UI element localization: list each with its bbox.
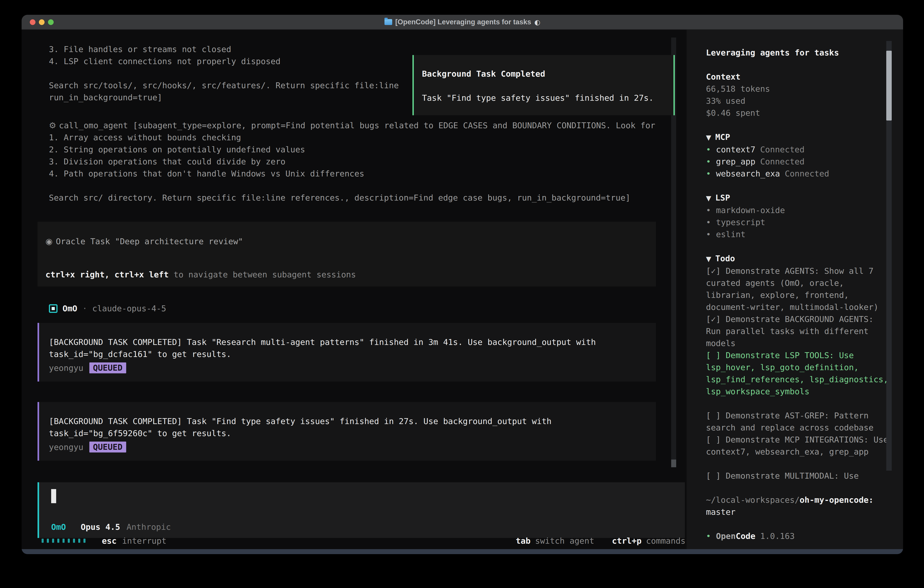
- mcp-section-header[interactable]: ▼MCP: [706, 131, 903, 144]
- task-message-line: [BACKGROUND TASK COMPLETED] Task "Find t…: [49, 415, 642, 427]
- shortcut-hints: tab switch agent ctrl+p commands: [516, 536, 685, 545]
- separator-dot: ·: [82, 302, 87, 314]
- background-task-toast[interactable]: Background Task Completed Task "Find typ…: [412, 55, 675, 115]
- commands-label: commands: [646, 536, 685, 545]
- lsp-heading-label: LSP: [715, 193, 730, 202]
- agent-header: OmO · claude-opus-4-5: [38, 302, 686, 314]
- mcp-item: •websearch_exaConnected: [706, 168, 903, 180]
- lsp-section-header[interactable]: ▼LSP: [706, 192, 903, 204]
- background-task-message: [BACKGROUND TASK COMPLETED] Task "Find t…: [38, 402, 656, 461]
- terminal-line: 3. File handles or streams not closed: [38, 43, 686, 55]
- mcp-item-name: context7: [716, 144, 755, 155]
- lsp-item-name: markdown-oxide: [716, 204, 785, 216]
- todo-item: [ ] Demonstrate MCP INTEGRATIONS: Use co…: [706, 434, 893, 458]
- input-agent-name: OmO: [51, 522, 66, 532]
- lsp-item: •typescript: [706, 216, 903, 228]
- switch-agent-label: switch agent: [535, 536, 594, 545]
- hint-text: to navigate between subagent sessions: [169, 270, 356, 279]
- bullet-icon: •: [706, 168, 716, 180]
- context-used: 33% used: [706, 95, 903, 107]
- record-circle-icon: ◉: [46, 237, 53, 246]
- task-message-meta: yeongyu QUEUED: [49, 362, 642, 373]
- folder-icon: [384, 19, 392, 25]
- session-title: Leveraging agents for tasks: [706, 46, 903, 59]
- tab-key-label: tab: [516, 536, 530, 545]
- chevron-down-icon: ▼: [706, 194, 711, 202]
- todo-section-header[interactable]: ▼Todo: [706, 253, 903, 265]
- todo-item: [✓] Demonstrate BACKGROUND AGENTS: Run p…: [706, 313, 893, 349]
- task-user: yeongyu: [49, 363, 83, 373]
- context-tokens: 66,518 tokens: [706, 83, 903, 95]
- toast-body: Task "Find type safety issues" finished …: [422, 92, 673, 104]
- context-heading: Context: [706, 71, 903, 83]
- workspace-path: ~/local-workspaces/oh-my-opencode:: [706, 494, 903, 506]
- window-bottom-edge: [21, 549, 903, 554]
- mcp-item-name: websearch_exa: [716, 168, 780, 180]
- main-scrollbar-thumb[interactable]: [671, 459, 676, 467]
- window-title: [OpenCode] Leveraging agents for tasks ◐: [21, 18, 903, 26]
- hint-shortcut-keys: ctrl+x right, ctrl+x left: [46, 270, 169, 279]
- mcp-heading-label: MCP: [715, 132, 730, 142]
- window-title-text: [OpenCode] Leveraging agents for tasks: [395, 18, 531, 26]
- status-badge: QUEUED: [89, 362, 126, 373]
- terminal-line: 3. Division operations that could divide…: [38, 155, 686, 168]
- mcp-item-status: Connected: [760, 144, 804, 155]
- chevron-down-icon: ▼: [706, 255, 711, 263]
- terminal-line: 4. Path operations that don't handle Win…: [38, 168, 686, 180]
- workspace-path-name: oh-my-opencode:: [800, 495, 873, 505]
- oracle-task-title-line: ◉Oracle Task "Deep architecture review": [46, 235, 656, 248]
- agent-square-icon: [49, 304, 58, 313]
- interrupt-label: interrupt: [122, 536, 167, 545]
- version-line: •OpenCode1.0.163: [706, 530, 903, 542]
- todo-item: [ ] Demonstrate LSP TOOLS: Use lsp_hover…: [706, 349, 893, 398]
- todo-item: [ ] Demonstrate AST-GREP: Pattern search…: [706, 410, 893, 434]
- task-user: yeongyu: [49, 443, 83, 452]
- prompt-input[interactable]: OmO Opus 4.5 Anthropic: [38, 482, 685, 538]
- agent-name: OmO: [63, 302, 77, 314]
- terminal-line: 2. String operations on potentially unde…: [38, 144, 686, 155]
- input-provider-name: Anthropic: [126, 522, 171, 532]
- bullet-icon: •: [706, 204, 716, 216]
- task-message-line: task_id="bg_dcfac161" to get results.: [49, 348, 642, 360]
- oracle-task-title: Oracle Task "Deep architecture review": [56, 237, 243, 246]
- esc-key-label: esc: [102, 536, 117, 545]
- terminal-line: Search src/ directory. Return specific f…: [38, 192, 686, 204]
- app-name-code: Code: [736, 530, 756, 542]
- todo-item: [✓] Demonstrate AGENTS: Show all 7 curat…: [706, 265, 893, 313]
- sidebar-scrollbar-thumb[interactable]: [886, 51, 892, 121]
- sidebar-scrollbar[interactable]: [886, 41, 892, 471]
- status-badge: QUEUED: [89, 441, 126, 453]
- subagent-navigation-hint: ctrl+x right, ctrl+x left to navigate be…: [46, 269, 656, 281]
- mcp-item-name: grep_app: [716, 155, 755, 168]
- workspace-branch: master: [706, 506, 903, 518]
- lsp-item: •markdown-oxide: [706, 204, 903, 216]
- interrupt-hint: esc interrupt: [102, 536, 167, 545]
- commands-hint: ctrl+p commands: [612, 536, 685, 545]
- gear-icon: ⚙: [49, 121, 56, 130]
- app-name-open: Open: [716, 530, 736, 542]
- bullet-icon: •: [706, 228, 716, 240]
- text-cursor: [51, 489, 56, 503]
- todo-heading-label: Todo: [715, 254, 735, 263]
- terminal-line: 1. Array access without bounds checking: [38, 131, 686, 144]
- session-sidebar: Leveraging agents for tasks Context 66,5…: [686, 30, 903, 549]
- lsp-item: •eslint: [706, 228, 903, 240]
- tool-call-line: ⚙call_omo_agent [subagent_type=explore, …: [38, 119, 686, 131]
- bullet-icon: •: [706, 530, 716, 542]
- input-model-name: Opus 4.5: [81, 522, 120, 532]
- spinner-icon: [41, 538, 86, 543]
- background-task-message: [BACKGROUND TASK COMPLETED] Task "Resear…: [38, 323, 656, 382]
- agent-model: claude-opus-4-5: [92, 302, 166, 314]
- task-message-line: task_id="bg_6f59260c" to get results.: [49, 427, 642, 439]
- mcp-item-status: Connected: [760, 155, 804, 168]
- status-bar: esc interrupt tab switch agent ctrl+p co…: [41, 535, 685, 546]
- input-meta: OmO Opus 4.5 Anthropic: [51, 522, 171, 532]
- bullet-icon: •: [706, 144, 716, 155]
- oracle-task-panel: ◉Oracle Task "Deep architecture review" …: [38, 222, 656, 286]
- terminal-blank-line: [38, 180, 686, 192]
- mcp-item: •grep_appConnected: [706, 155, 903, 168]
- window-titlebar: [OpenCode] Leveraging agents for tasks ◐: [21, 15, 903, 30]
- lsp-item-name: typescript: [716, 216, 765, 228]
- lsp-item-name: eslint: [716, 228, 746, 240]
- task-message-line: [BACKGROUND TASK COMPLETED] Task "Resear…: [49, 336, 642, 348]
